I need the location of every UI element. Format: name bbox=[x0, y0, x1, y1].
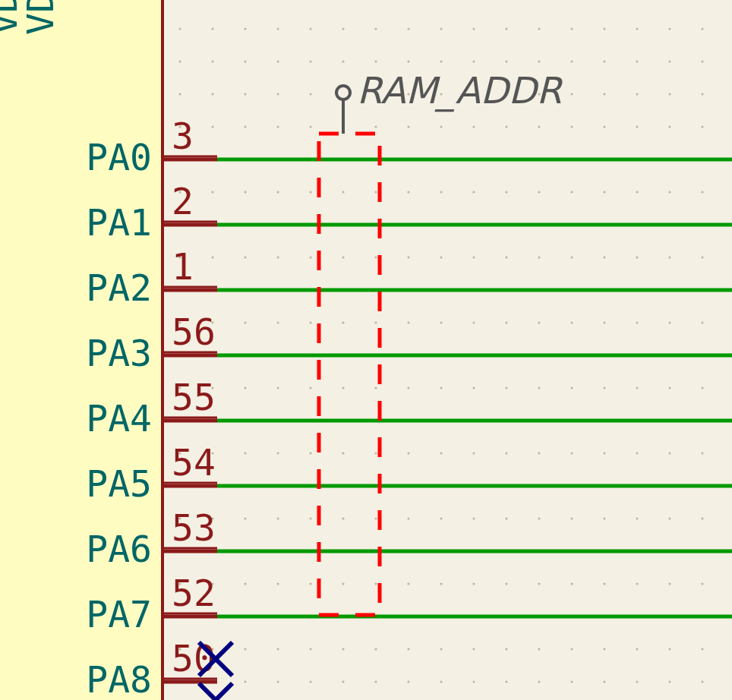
svg-point-127 bbox=[375, 61, 377, 63]
pin-name-text: PA3 bbox=[86, 332, 152, 374]
svg-point-104 bbox=[310, 681, 312, 683]
svg-point-301 bbox=[636, 257, 639, 259]
svg-point-190 bbox=[473, 61, 475, 63]
svg-point-273 bbox=[604, 28, 606, 30]
svg-point-211 bbox=[506, 61, 508, 63]
svg-point-86 bbox=[310, 93, 312, 96]
svg-point-330 bbox=[669, 518, 671, 520]
svg-point-317 bbox=[669, 93, 671, 96]
svg-point-339 bbox=[702, 126, 704, 128]
svg-point-80 bbox=[277, 583, 279, 585]
svg-point-204 bbox=[473, 518, 475, 520]
svg-point-95 bbox=[310, 387, 312, 389]
svg-point-175 bbox=[440, 257, 443, 259]
svg-point-152 bbox=[408, 191, 410, 194]
pin-number-text: 56 bbox=[172, 311, 216, 353]
svg-point-314 bbox=[636, 681, 639, 683]
svg-point-246 bbox=[538, 518, 541, 520]
svg-point-192 bbox=[473, 126, 475, 128]
svg-point-70 bbox=[277, 257, 279, 259]
svg-point-83 bbox=[277, 681, 279, 683]
svg-point-272 bbox=[571, 681, 573, 683]
svg-point-252 bbox=[571, 28, 573, 30]
svg-point-294 bbox=[636, 28, 639, 30]
svg-point-232 bbox=[538, 61, 541, 63]
svg-point-288 bbox=[604, 518, 606, 520]
pin-number-text: 52 bbox=[172, 572, 216, 614]
pin-name-text: PA7 bbox=[86, 593, 152, 635]
svg-point-168 bbox=[440, 28, 443, 30]
svg-point-167 bbox=[408, 681, 410, 683]
svg-point-148 bbox=[408, 61, 410, 63]
svg-point-253 bbox=[571, 61, 573, 63]
svg-point-209 bbox=[473, 681, 475, 683]
svg-point-68 bbox=[277, 191, 279, 194]
svg-point-87 bbox=[310, 126, 312, 128]
svg-point-332 bbox=[669, 583, 671, 585]
svg-point-234 bbox=[538, 126, 541, 128]
svg-point-47 bbox=[245, 191, 247, 194]
svg-point-23 bbox=[212, 93, 214, 96]
svg-point-345 bbox=[702, 322, 704, 324]
svg-point-296 bbox=[636, 93, 639, 96]
svg-point-145 bbox=[375, 648, 377, 651]
svg-point-221 bbox=[506, 387, 508, 389]
pin-name-text: PA6 bbox=[86, 528, 152, 570]
svg-point-110 bbox=[342, 191, 345, 194]
svg-point-76 bbox=[277, 452, 279, 455]
svg-point-85 bbox=[310, 61, 312, 63]
svg-point-53 bbox=[245, 387, 247, 389]
svg-point-265 bbox=[571, 452, 573, 455]
svg-point-236 bbox=[538, 191, 541, 194]
svg-point-124 bbox=[342, 648, 345, 651]
svg-point-341 bbox=[702, 191, 704, 194]
svg-point-282 bbox=[604, 322, 606, 324]
svg-point-164 bbox=[408, 583, 410, 585]
svg-point-261 bbox=[571, 322, 573, 324]
svg-point-189 bbox=[473, 28, 475, 30]
svg-point-150 bbox=[408, 126, 410, 128]
svg-point-2 bbox=[179, 93, 181, 96]
pin-name-text: PA2 bbox=[86, 266, 152, 309]
svg-point-280 bbox=[604, 257, 606, 259]
svg-point-43 bbox=[245, 61, 247, 63]
svg-point-137 bbox=[375, 387, 377, 389]
svg-point-118 bbox=[342, 452, 345, 455]
svg-point-139 bbox=[375, 452, 377, 455]
svg-point-263 bbox=[571, 387, 573, 389]
svg-point-286 bbox=[604, 452, 606, 455]
svg-point-21 bbox=[212, 28, 214, 30]
pin-name-text: PA5 bbox=[86, 462, 152, 505]
svg-point-42 bbox=[245, 28, 247, 30]
svg-point-22 bbox=[212, 61, 214, 63]
svg-point-324 bbox=[669, 322, 671, 324]
svg-point-59 bbox=[245, 583, 247, 585]
svg-point-334 bbox=[669, 648, 671, 651]
svg-point-217 bbox=[506, 257, 508, 259]
svg-point-99 bbox=[310, 518, 312, 520]
power-label: VDD bbox=[19, 0, 62, 35]
svg-point-257 bbox=[571, 191, 573, 194]
pin-name-text: PA0 bbox=[86, 136, 152, 178]
svg-point-328 bbox=[669, 452, 671, 455]
svg-point-322 bbox=[669, 257, 671, 259]
svg-point-347 bbox=[702, 387, 704, 389]
svg-point-305 bbox=[636, 387, 639, 389]
svg-point-351 bbox=[702, 518, 704, 520]
svg-point-278 bbox=[604, 191, 606, 194]
svg-point-240 bbox=[538, 322, 541, 324]
svg-point-57 bbox=[245, 518, 247, 520]
svg-point-250 bbox=[538, 648, 541, 651]
svg-point-326 bbox=[669, 387, 671, 389]
svg-point-133 bbox=[375, 257, 377, 259]
svg-point-208 bbox=[473, 648, 475, 651]
svg-point-318 bbox=[669, 126, 671, 128]
svg-point-206 bbox=[473, 583, 475, 585]
net-label-text: RAM_ADDR bbox=[357, 69, 563, 112]
svg-point-255 bbox=[571, 126, 573, 128]
svg-point-338 bbox=[702, 93, 704, 96]
svg-point-97 bbox=[310, 452, 312, 455]
svg-point-269 bbox=[571, 583, 573, 585]
svg-point-320 bbox=[669, 191, 671, 194]
svg-point-179 bbox=[440, 387, 443, 389]
